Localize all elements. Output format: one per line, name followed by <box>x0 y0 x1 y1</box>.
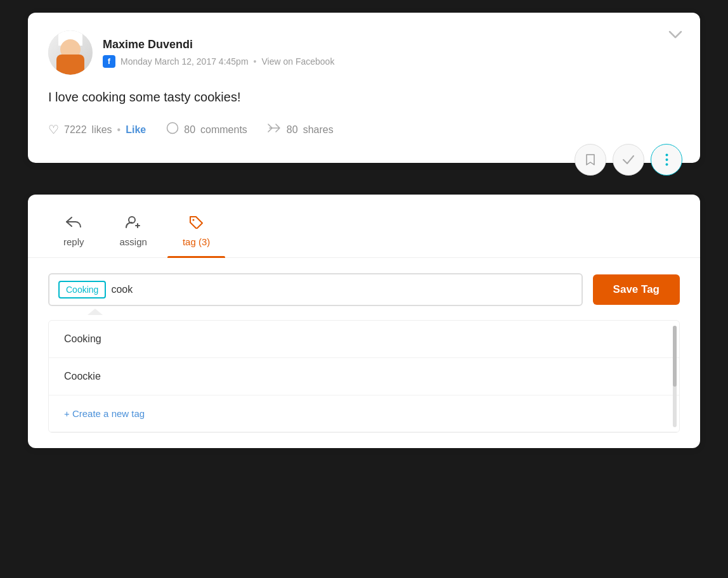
post-date: Monday March 12, 2017 4:45pm <box>120 56 249 67</box>
like-link[interactable]: Like <box>126 124 146 136</box>
post-content: I love cooking some tasty cookies! <box>48 87 680 106</box>
assign-label: assign <box>120 236 147 247</box>
post-card: Maxime Duvendi f Monday March 12, 2017 4… <box>28 13 700 163</box>
panel-bottom-space <box>28 433 700 448</box>
comments-label: comments <box>200 124 247 136</box>
more-options-button[interactable] <box>651 144 682 176</box>
svg-point-0 <box>167 123 178 134</box>
likes-label: likes <box>92 124 112 136</box>
reply-label: reply <box>63 236 84 247</box>
poster-name: Maxime Duvendi <box>103 38 334 51</box>
avatar <box>48 30 93 75</box>
assign-icon <box>125 215 141 231</box>
comment-icon <box>166 122 179 138</box>
view-on-facebook-link[interactable]: View on Facebook <box>261 56 334 67</box>
save-tag-button[interactable]: Save Tag <box>593 274 680 305</box>
create-new-tag-item[interactable]: + Create a new tag <box>49 395 679 432</box>
bookmark-button[interactable] <box>575 144 606 176</box>
dropdown-item-cooking[interactable]: Cooking <box>49 321 679 358</box>
dropdown-caret <box>48 309 142 315</box>
tab-reply[interactable]: reply <box>48 210 100 257</box>
shares-stat: 80 shares <box>268 122 334 137</box>
svg-point-2 <box>665 158 668 161</box>
shares-label: shares <box>303 124 334 136</box>
comments-stat: 80 comments <box>166 122 247 138</box>
tag-icon <box>188 215 205 231</box>
likes-stat: ♡ 7222 likes • Like <box>48 122 146 137</box>
check-button[interactable] <box>613 144 644 176</box>
tab-assign[interactable]: assign <box>105 210 162 257</box>
post-header: Maxime Duvendi f Monday March 12, 2017 4… <box>48 30 680 75</box>
likes-count: 7222 <box>64 124 87 136</box>
action-tabs: reply assign tag (3) <box>28 195 700 258</box>
tag-label: tag (3) <box>183 236 210 247</box>
post-stats: ♡ 7222 likes • Like 80 comments 80 <box>48 122 680 138</box>
share-icon <box>268 122 282 137</box>
separator-dot: • <box>254 56 257 67</box>
svg-point-5 <box>192 219 194 221</box>
tag-input-container[interactable]: Cooking <box>48 273 583 306</box>
heart-icon: ♡ <box>48 122 59 137</box>
comments-count: 80 <box>184 124 195 136</box>
action-panel: reply assign tag (3) Co <box>28 195 700 448</box>
tab-tag[interactable]: tag (3) <box>167 210 225 257</box>
reply-icon <box>65 215 82 231</box>
scrollbar-thumb[interactable] <box>673 326 677 387</box>
tag-chip: Cooking <box>58 281 106 299</box>
dropdown-item-coockie[interactable]: Coockie <box>49 358 679 395</box>
facebook-icon: f <box>103 55 115 68</box>
tag-input-area: Cooking Save Tag <box>28 258 700 306</box>
action-buttons <box>575 144 682 176</box>
svg-point-3 <box>665 164 668 166</box>
post-meta: f Monday March 12, 2017 4:45pm • View on… <box>103 55 334 68</box>
collapse-button[interactable] <box>666 25 685 44</box>
post-header-info: Maxime Duvendi f Monday March 12, 2017 4… <box>103 38 334 68</box>
tag-search-input[interactable] <box>111 284 572 295</box>
shares-count: 80 <box>287 124 298 136</box>
scrollbar-track[interactable] <box>673 326 677 427</box>
tag-dropdown: Cooking Coockie + Create a new tag <box>48 320 680 433</box>
svg-point-1 <box>665 154 668 157</box>
